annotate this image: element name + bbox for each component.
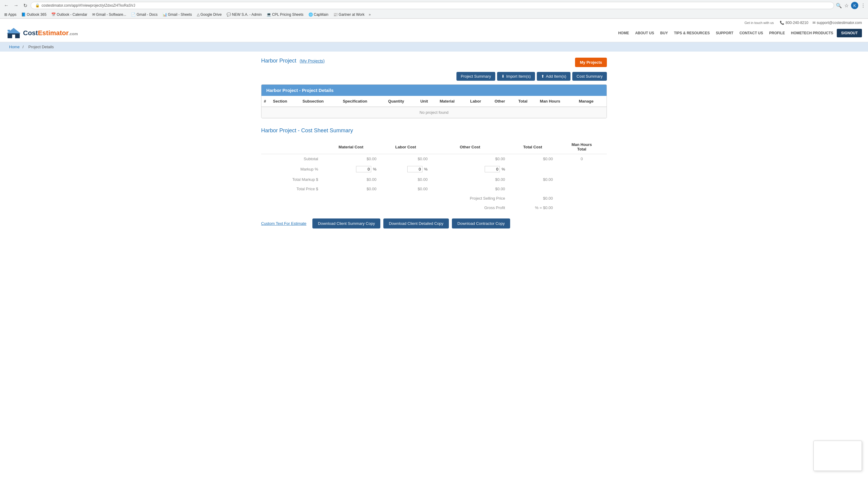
nav-home[interactable]: HOME: [616, 30, 631, 36]
bookmark-gartner[interactable]: 📰 Gartner at Work: [332, 12, 366, 17]
forward-button[interactable]: →: [12, 2, 20, 9]
apps-icon: ⊞: [4, 12, 7, 17]
project-title: Harbor Project (My Projects): [261, 58, 325, 64]
col-hash: #: [261, 96, 271, 107]
bookmark-capmain[interactable]: 🌐 CapMain: [307, 12, 330, 17]
total-markup-label: Total Markup $: [261, 175, 322, 184]
back-button[interactable]: ←: [2, 2, 10, 9]
col-total-cost: Total Cost: [508, 140, 557, 154]
subtotal-labor: $0.00: [380, 154, 431, 164]
project-table: # Section Subsection Specification Quant…: [261, 96, 607, 118]
markup-row: Markup % % % %: [261, 163, 607, 175]
cost-section-title: Harbor Project - Cost Sheet Summary: [261, 127, 607, 134]
nav-hometech[interactable]: HOMETECH PRODUCTS: [788, 30, 836, 36]
download-contractor-button[interactable]: Download Contractor Copy: [452, 218, 510, 229]
capmain-icon: 🌐: [308, 12, 313, 17]
logo-house-icon: [6, 27, 21, 39]
my-projects-button[interactable]: My Projects: [575, 58, 607, 67]
breadcrumb-separator: /: [23, 44, 24, 49]
bookmark-apps[interactable]: ⊞ Apps: [2, 12, 18, 17]
import-items-button[interactable]: ⬇ Import Item(s): [497, 72, 535, 81]
col-material-cost: Material Cost: [322, 140, 380, 154]
selling-price-row: Project Selling Price $0.00: [261, 193, 607, 203]
download-area: Custom Text For Estimate Download Client…: [261, 218, 607, 229]
download-client-summary-button[interactable]: Download Client Summary Copy: [312, 218, 380, 229]
address-bar[interactable]: 🔒 costestimator.com/app/#!/viewproject/y…: [31, 2, 834, 9]
project-details-card: Harbor Project - Project Details # Secti…: [261, 84, 607, 118]
breadcrumb-home[interactable]: Home: [9, 44, 20, 49]
more-bookmarks[interactable]: »: [369, 12, 371, 17]
url-text: costestimator.com/app/#!/viewproject/yIZ…: [41, 3, 135, 8]
bookmark-gmail-docs[interactable]: 📄 Gmail - Docs: [129, 12, 159, 17]
selling-price-value: $0.00: [508, 193, 557, 203]
subtotal-label: Subtotal: [261, 154, 322, 164]
gross-profit-label: Gross Profit: [431, 203, 508, 212]
markup-other-cell: %: [431, 163, 508, 175]
download-client-detailed-button[interactable]: Download Client Detailed Copy: [383, 218, 449, 229]
google-drive-icon: △: [197, 12, 199, 17]
project-header: Harbor Project (My Projects) My Projects: [261, 58, 607, 67]
bookmark-gmail-software[interactable]: ✉ Gmail - Software...: [90, 12, 128, 17]
col-material: Material: [437, 96, 468, 107]
calendar-icon: 📅: [51, 12, 56, 17]
phone-number: 800-240-8210: [785, 21, 808, 25]
add-icon: ⬆: [541, 74, 545, 79]
col-total: Total: [516, 96, 537, 107]
bookmark-cpl[interactable]: 💻 CPL Pricing Sheets: [265, 12, 305, 17]
menu-icon[interactable]: ⋮: [861, 3, 866, 8]
col-manage: Manage: [576, 96, 607, 107]
nav-buy[interactable]: BUY: [658, 30, 670, 36]
bookmark-google-drive[interactable]: △ Google Drive: [195, 12, 223, 17]
phone-contact: 📞 800-240-8210: [780, 21, 808, 25]
bookmark-gmail-sheets[interactable]: 📊 Gmail - Sheets: [161, 12, 194, 17]
header-contact: 📞 800-240-8210 ✉ support@costestimator.c…: [780, 21, 862, 25]
refresh-button[interactable]: ↻: [22, 2, 29, 9]
nav-profile[interactable]: PROFILE: [767, 30, 787, 36]
subtotal-total: $0.00: [508, 154, 557, 164]
bookmark-new-sa[interactable]: 💬 NEW S.A. - Admin: [225, 12, 264, 17]
total-price-material: $0.00: [322, 184, 380, 193]
gmail-sheets-icon: 📊: [162, 12, 167, 17]
search-icon[interactable]: 🔍: [836, 3, 842, 8]
lock-icon: 🔒: [35, 3, 40, 8]
cost-summary-button[interactable]: Cost Summary: [572, 72, 607, 81]
gartner-icon: 📰: [333, 12, 338, 17]
total-markup-row: Total Markup $ $0.00 $0.00 $0.00 $0.00: [261, 175, 607, 184]
total-price-row: Total Price $ $0.00 $0.00 $0.00: [261, 184, 607, 193]
phone-icon: 📞: [780, 21, 784, 25]
markup-labor-input[interactable]: [407, 166, 423, 172]
nav-about[interactable]: ABOUT US: [633, 30, 657, 36]
markup-label: Markup %: [261, 163, 322, 175]
signout-button[interactable]: SIGNOUT: [837, 29, 862, 37]
add-item-button[interactable]: ⬆ Add Item(s): [537, 72, 570, 81]
markup-material-input[interactable]: [356, 166, 371, 172]
markup-labor-cell: %: [380, 163, 431, 175]
my-projects-link[interactable]: (My Projects): [300, 59, 324, 63]
subtotal-other: $0.00: [431, 154, 508, 164]
markup-material-cell: %: [322, 163, 380, 175]
nav-support[interactable]: SUPPORT: [713, 30, 736, 36]
col-specification: Specification: [340, 96, 386, 107]
project-title-area: Harbor Project (My Projects): [261, 58, 325, 64]
total-price-label: Total Price $: [261, 184, 322, 193]
bookmark-outlook365[interactable]: 📘 Outlook 365: [20, 12, 48, 17]
bookmark-outlook-calendar[interactable]: 📅 Outlook - Calendar: [50, 12, 89, 17]
profile-avatar[interactable]: K: [851, 2, 858, 9]
main-content: Harbor Project (My Projects) My Projects…: [252, 52, 616, 235]
main-nav: HOME ABOUT US BUY TIPS & RESOURCES SUPPO…: [616, 29, 862, 37]
svg-rect-2: [12, 35, 15, 38]
project-summary-button[interactable]: Project Summary: [457, 72, 495, 81]
col-other-cost: Other Cost: [431, 140, 508, 154]
svg-rect-3: [8, 30, 10, 32]
markup-other-input[interactable]: [485, 166, 500, 172]
subtotal-material: $0.00: [322, 154, 380, 164]
bookmark-star-icon[interactable]: ☆: [844, 3, 848, 8]
logo[interactable]: CostEstimator.com: [6, 27, 78, 39]
nav-contact[interactable]: CONTACT US: [737, 30, 766, 36]
nav-tips[interactable]: TIPS & RESOURCES: [672, 30, 712, 36]
total-markup-other: $0.00: [431, 175, 508, 184]
custom-text-link[interactable]: Custom Text For Estimate: [261, 221, 306, 226]
total-markup-labor: $0.00: [380, 175, 431, 184]
outlook365-icon: 📘: [21, 12, 26, 17]
col-manhours-total: Man HoursTotal: [557, 140, 607, 154]
